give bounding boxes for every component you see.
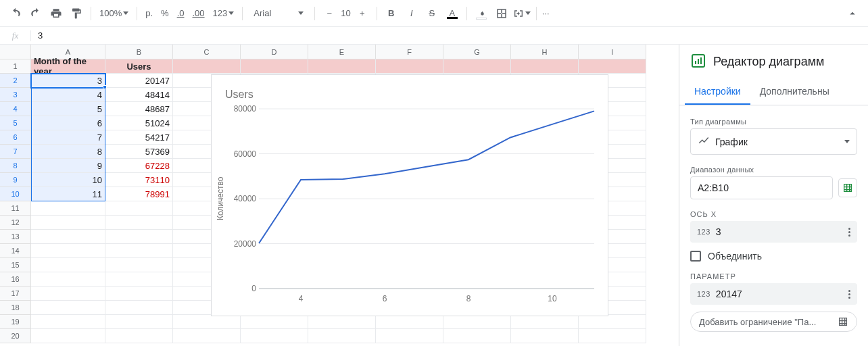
cell[interactable] bbox=[308, 329, 376, 343]
row-header[interactable]: 1 bbox=[0, 59, 31, 74]
row-header[interactable]: 4 bbox=[0, 102, 31, 116]
row-header[interactable]: 3 bbox=[0, 88, 31, 102]
increase-decimal-button[interactable]: .00 bbox=[190, 5, 208, 22]
row-header[interactable]: 12 bbox=[0, 216, 31, 230]
column-header[interactable]: F bbox=[376, 45, 443, 59]
cell[interactable]: 20147 bbox=[105, 74, 173, 88]
text-color-button[interactable]: A bbox=[443, 5, 461, 22]
cell[interactable]: Users bbox=[105, 59, 173, 74]
cell[interactable]: 54217 bbox=[105, 130, 173, 145]
cell[interactable] bbox=[31, 244, 105, 258]
row-header[interactable]: 11 bbox=[0, 201, 31, 216]
aggregate-checkbox[interactable]: Объединить bbox=[690, 251, 857, 262]
cell[interactable] bbox=[579, 329, 646, 343]
cell[interactable]: 5 bbox=[31, 102, 105, 116]
cell[interactable] bbox=[511, 315, 579, 329]
cell[interactable]: 9 bbox=[31, 159, 105, 173]
cell[interactable] bbox=[105, 230, 173, 244]
kebab-icon[interactable] bbox=[848, 228, 850, 237]
italic-button[interactable]: I bbox=[403, 5, 420, 22]
cell[interactable] bbox=[31, 329, 105, 343]
cell[interactable] bbox=[511, 59, 579, 74]
print-button[interactable] bbox=[47, 5, 65, 22]
column-header[interactable]: E bbox=[308, 45, 376, 59]
cell[interactable] bbox=[376, 315, 443, 329]
number-format-select[interactable]: 123 bbox=[210, 8, 237, 18]
cell[interactable] bbox=[105, 201, 173, 216]
row-header[interactable]: 19 bbox=[0, 315, 31, 329]
row-header[interactable]: 13 bbox=[0, 230, 31, 244]
decrease-decimal-button[interactable]: .0 bbox=[174, 5, 187, 22]
bold-button[interactable]: B bbox=[383, 5, 400, 22]
cell[interactable] bbox=[105, 216, 173, 230]
cell[interactable] bbox=[173, 59, 241, 74]
paint-format-button[interactable] bbox=[68, 5, 85, 22]
cell[interactable] bbox=[511, 329, 579, 343]
cell[interactable] bbox=[376, 59, 443, 74]
font-select[interactable]: Arial bbox=[248, 8, 309, 18]
cell[interactable] bbox=[241, 329, 308, 343]
cell[interactable] bbox=[105, 272, 173, 287]
cell[interactable]: 11 bbox=[31, 187, 105, 201]
cell[interactable]: Month of the year bbox=[31, 59, 105, 74]
row-header[interactable]: 17 bbox=[0, 287, 31, 301]
cell[interactable] bbox=[579, 59, 646, 74]
embedded-chart[interactable]: Users Количество 02000040000600008000046… bbox=[211, 74, 608, 316]
borders-button[interactable] bbox=[493, 5, 510, 22]
data-range-input[interactable]: A2:B10 bbox=[690, 176, 833, 199]
row-header[interactable]: 7 bbox=[0, 145, 31, 159]
cell[interactable] bbox=[105, 315, 173, 329]
cell[interactable] bbox=[443, 315, 511, 329]
cell[interactable]: 67228 bbox=[105, 159, 173, 173]
row-header[interactable]: 14 bbox=[0, 244, 31, 258]
cell[interactable]: 51024 bbox=[105, 116, 173, 130]
font-size-increase-button[interactable]: + bbox=[354, 5, 371, 22]
cell[interactable]: 8 bbox=[31, 145, 105, 159]
cell[interactable] bbox=[105, 244, 173, 258]
row-header[interactable]: 6 bbox=[0, 130, 31, 145]
row-header[interactable]: 5 bbox=[0, 116, 31, 130]
x-axis-chip[interactable]: 1233 bbox=[690, 221, 857, 243]
cell[interactable] bbox=[105, 329, 173, 343]
more-button[interactable]: ··· bbox=[542, 5, 550, 22]
column-header[interactable]: G bbox=[443, 45, 511, 59]
row-header[interactable]: 8 bbox=[0, 159, 31, 173]
row-header[interactable]: 16 bbox=[0, 272, 31, 287]
cell[interactable] bbox=[31, 272, 105, 287]
cell[interactable] bbox=[241, 59, 308, 74]
cell[interactable]: 48687 bbox=[105, 102, 173, 116]
percent-button[interactable]: % bbox=[158, 5, 172, 22]
cell[interactable]: 10 bbox=[31, 173, 105, 187]
cell[interactable] bbox=[376, 329, 443, 343]
tab-customize[interactable]: Дополнительны bbox=[750, 79, 839, 105]
cell[interactable]: 73110 bbox=[105, 173, 173, 187]
undo-button[interactable] bbox=[7, 5, 24, 22]
column-header[interactable]: D bbox=[241, 45, 308, 59]
spreadsheet[interactable]: A B C D E F G H I 1Month of the yearUser… bbox=[0, 45, 679, 346]
cell[interactable]: 7 bbox=[31, 130, 105, 145]
cell[interactable]: 4 bbox=[31, 88, 105, 102]
cell[interactable]: 6 bbox=[31, 116, 105, 130]
cell[interactable] bbox=[31, 201, 105, 216]
cell[interactable] bbox=[308, 315, 376, 329]
cell[interactable] bbox=[31, 230, 105, 244]
strikethrough-button[interactable]: S bbox=[423, 5, 441, 22]
series-chip[interactable]: 12320147 bbox=[690, 283, 857, 305]
collapse-toolbar-button[interactable] bbox=[844, 5, 861, 22]
cell[interactable] bbox=[31, 216, 105, 230]
font-size-decrease-button[interactable]: − bbox=[320, 5, 338, 22]
cell[interactable] bbox=[31, 258, 105, 272]
cell[interactable]: 78991 bbox=[105, 187, 173, 201]
cell[interactable] bbox=[579, 315, 646, 329]
row-header[interactable]: 2 bbox=[0, 74, 31, 88]
cell[interactable] bbox=[105, 258, 173, 272]
row-header[interactable]: 10 bbox=[0, 187, 31, 201]
tab-setup[interactable]: Настройки bbox=[685, 79, 750, 105]
cell[interactable] bbox=[105, 287, 173, 301]
cell[interactable]: 57369 bbox=[105, 145, 173, 159]
row-header[interactable]: 15 bbox=[0, 258, 31, 272]
merge-button[interactable] bbox=[513, 5, 531, 22]
row-header[interactable]: 20 bbox=[0, 329, 31, 343]
currency-button[interactable]: р. bbox=[143, 5, 155, 22]
column-header[interactable]: H bbox=[511, 45, 579, 59]
